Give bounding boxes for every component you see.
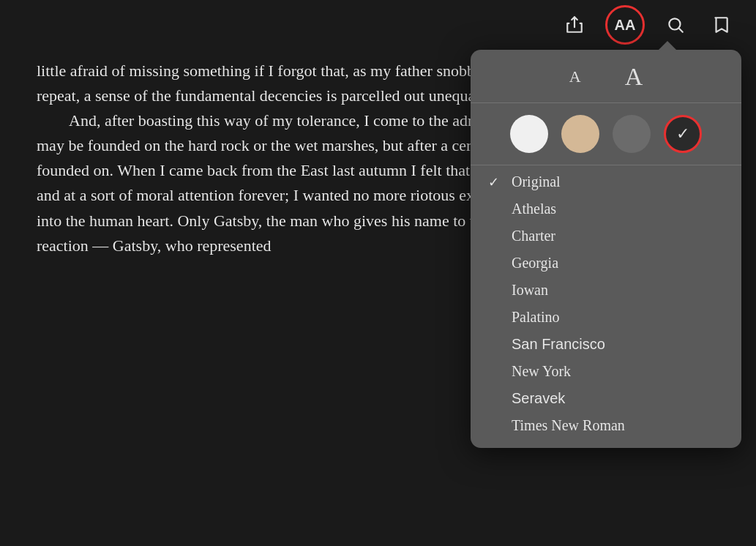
font-option-athelas[interactable]: Athelas	[471, 195, 741, 222]
font-option-seravek[interactable]: Seravek	[471, 385, 741, 412]
font-settings-button[interactable]: AA	[605, 5, 645, 45]
font-size-row: A A	[471, 63, 741, 103]
font-option-palatino[interactable]: Palatino	[471, 304, 741, 331]
theme-row: ✓	[471, 103, 741, 165]
font-label-iowan: Iowan	[512, 282, 548, 299]
font-label-athelas: Athelas	[512, 201, 556, 217]
theme-white-button[interactable]	[510, 115, 548, 153]
font-option-iowan[interactable]: Iowan	[471, 277, 741, 304]
theme-selected-icon: ✓	[676, 124, 689, 143]
increase-font-button[interactable]: A	[625, 63, 643, 91]
decrease-font-button[interactable]: A	[569, 67, 581, 86]
font-option-georgia[interactable]: Georgia	[471, 250, 741, 277]
font-list: ✓ Original Athelas Charter Georgia Iowan…	[471, 165, 741, 442]
font-option-newyork[interactable]: New York	[471, 358, 741, 385]
font-label-newyork: New York	[512, 363, 571, 380]
theme-gray-button[interactable]	[613, 115, 651, 153]
font-option-original[interactable]: ✓ Original	[471, 168, 741, 195]
font-label-original: Original	[512, 173, 561, 190]
bookmark-button[interactable]	[706, 10, 736, 40]
theme-dark-button[interactable]: ✓	[664, 115, 702, 153]
font-option-sanfrancisco[interactable]: San Francisco	[471, 331, 741, 358]
font-option-timesnewroman[interactable]: Times New Roman	[471, 412, 741, 439]
font-label-timesnewroman: Times New Roman	[512, 417, 625, 434]
font-check-original: ✓	[488, 174, 503, 190]
font-label-georgia: Georgia	[512, 255, 558, 272]
font-label-sanfrancisco: San Francisco	[512, 336, 605, 353]
svg-point-0	[669, 18, 680, 29]
search-button[interactable]	[661, 10, 690, 40]
font-panel: A A ✓ ✓ Original Athelas Charter Georgi	[471, 50, 741, 448]
font-option-charter[interactable]: Charter	[471, 222, 741, 250]
font-label-palatino: Palatino	[512, 309, 560, 326]
toolbar: AA	[0, 0, 756, 50]
theme-sepia-button[interactable]	[561, 115, 599, 153]
font-label-seravek: Seravek	[512, 390, 565, 407]
share-button[interactable]	[560, 10, 589, 40]
font-label-charter: Charter	[512, 228, 555, 244]
